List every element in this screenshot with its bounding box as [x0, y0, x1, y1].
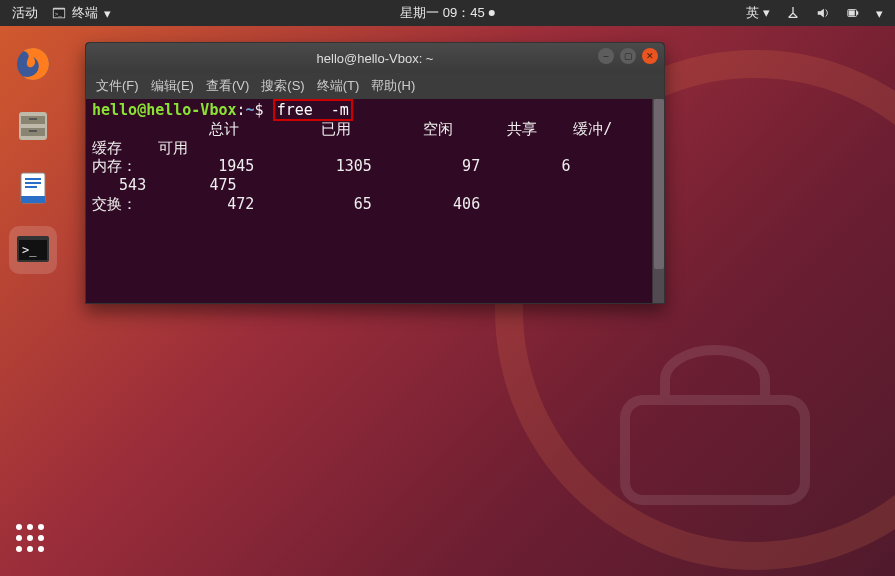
top-bar: 活动 >_ 终端 ▾ 星期一 09：45 英 ▾ ▾: [0, 0, 895, 26]
output-cache: 缓存 可用: [92, 139, 188, 157]
activities-button[interactable]: 活动: [12, 4, 38, 22]
svg-rect-11: [29, 118, 37, 120]
window-title: hello@hello-Vbox: ~: [317, 51, 434, 66]
svg-rect-18: [21, 196, 45, 203]
terminal-window: hello@hello-Vbox: ~ – ▢ ✕ 文件(F) 编辑(E) 查看…: [85, 42, 665, 304]
terminal-output-area[interactable]: hello@hello-Vbox:~$ free -m 总计 已用 空闲 共享 …: [86, 99, 664, 303]
command-highlight: free -m: [273, 99, 353, 121]
svg-text:>_: >_: [55, 10, 63, 17]
svg-rect-6: [849, 10, 855, 15]
dock-firefox[interactable]: [9, 40, 57, 88]
menu-view[interactable]: 查看(V): [206, 77, 249, 95]
svg-rect-12: [29, 130, 37, 132]
clock[interactable]: 星期一 09：45: [400, 4, 495, 22]
dock-terminal[interactable]: >_: [9, 226, 57, 274]
scrollbar-thumb[interactable]: [654, 99, 664, 269]
terminal-app-icon: >_: [13, 230, 53, 270]
ime-indicator[interactable]: 英 ▾: [746, 4, 770, 22]
prompt-sep: :: [237, 101, 246, 119]
file-cabinet-icon: [13, 106, 53, 146]
current-app[interactable]: >_ 终端 ▾: [52, 4, 111, 22]
close-button[interactable]: ✕: [642, 48, 658, 64]
prompt-dollar: $: [255, 101, 264, 119]
menu-search[interactable]: 搜索(S): [261, 77, 304, 95]
menu-bar: 文件(F) 编辑(E) 查看(V) 搜索(S) 终端(T) 帮助(H): [86, 73, 664, 99]
svg-rect-16: [25, 182, 41, 184]
output-swap: 交换： 472 65 406: [92, 195, 480, 213]
clock-text: 星期一 09：45: [400, 4, 485, 22]
svg-rect-5: [857, 11, 859, 15]
current-app-caret: ▾: [104, 6, 111, 21]
battery-icon[interactable]: [846, 6, 860, 20]
terminal-scrollbar[interactable]: [652, 99, 664, 303]
firefox-icon: [13, 44, 53, 84]
show-applications[interactable]: [16, 524, 44, 552]
terminal-icon: >_: [52, 6, 66, 20]
power-menu[interactable]: ▾: [876, 6, 883, 21]
prompt-path: ~: [246, 101, 255, 119]
notification-dot: [489, 10, 495, 16]
svg-rect-15: [25, 178, 41, 180]
menu-terminal[interactable]: 终端(T): [317, 77, 360, 95]
output-mem: 内存： 1945 1305 97 6: [92, 157, 616, 175]
svg-text:>_: >_: [22, 243, 37, 257]
ime-label: 英: [746, 5, 759, 20]
network-icon[interactable]: [786, 6, 800, 20]
minimize-button[interactable]: –: [598, 48, 614, 64]
menu-file[interactable]: 文件(F): [96, 77, 139, 95]
menu-edit[interactable]: 编辑(E): [151, 77, 194, 95]
svg-rect-17: [25, 186, 37, 188]
menu-help[interactable]: 帮助(H): [371, 77, 415, 95]
svg-rect-0: [625, 400, 805, 500]
wallpaper-lock-shape: [615, 340, 835, 510]
maximize-button[interactable]: ▢: [620, 48, 636, 64]
dock-files[interactable]: [9, 102, 57, 150]
volume-icon[interactable]: [816, 6, 830, 20]
current-app-label: 终端: [72, 4, 98, 22]
titlebar[interactable]: hello@hello-Vbox: ~ – ▢ ✕: [86, 43, 664, 73]
prompt-user: hello@hello-Vbox: [92, 101, 237, 119]
launcher-dock: >_: [0, 26, 66, 274]
output-mem-wrap: 543 475: [92, 176, 237, 194]
ime-caret: ▾: [763, 5, 770, 20]
dock-writer[interactable]: [9, 164, 57, 212]
document-icon: [13, 168, 53, 208]
output-header: 总计 已用 空闲 共享 缓冲/: [92, 120, 612, 138]
